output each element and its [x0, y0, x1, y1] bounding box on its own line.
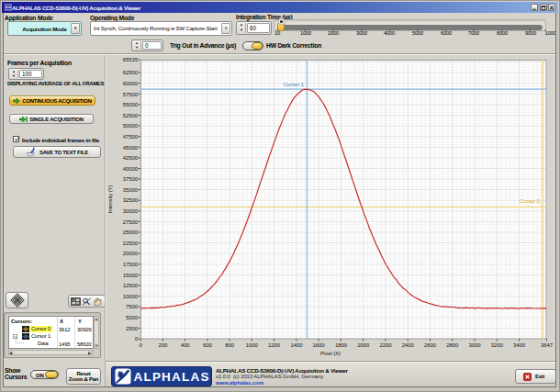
svg-text:32500: 32500 — [123, 197, 139, 203]
svg-text:Cursor 0: Cursor 0 — [520, 198, 541, 204]
svg-text:20000: 20000 — [123, 251, 139, 256]
svg-text:55000: 55000 — [123, 102, 139, 107]
svg-text:22500: 22500 — [123, 241, 139, 246]
svg-text:2800: 2800 — [446, 342, 459, 348]
svg-text:57500: 57500 — [123, 92, 139, 97]
svg-text:17500: 17500 — [123, 262, 139, 267]
svg-text:2200: 2200 — [379, 342, 392, 348]
svg-text:600: 600 — [203, 342, 212, 348]
svg-text:2000: 2000 — [357, 342, 370, 348]
svg-text:Cursor 1: Cursor 1 — [284, 82, 305, 87]
svg-text:15000: 15000 — [123, 273, 139, 278]
svg-text:1000: 1000 — [246, 342, 259, 348]
svg-text:25000: 25000 — [123, 230, 139, 235]
svg-text:0: 0 — [139, 342, 142, 348]
svg-text:12500: 12500 — [123, 283, 139, 288]
svg-text:0: 0 — [135, 336, 139, 342]
svg-text:40000: 40000 — [123, 166, 139, 172]
svg-text:1800: 1800 — [335, 342, 348, 348]
svg-text:Intensity (Y): Intensity (Y) — [107, 185, 113, 214]
svg-text:800: 800 — [225, 342, 234, 348]
svg-text:5000: 5000 — [126, 315, 139, 320]
svg-text:45000: 45000 — [123, 145, 139, 151]
svg-text:1200: 1200 — [268, 342, 281, 348]
svg-text:400: 400 — [181, 342, 190, 348]
svg-text:2600: 2600 — [424, 342, 437, 348]
svg-text:30000: 30000 — [123, 208, 139, 214]
svg-text:7500: 7500 — [126, 304, 139, 309]
svg-text:2400: 2400 — [402, 342, 415, 348]
svg-text:37500: 37500 — [123, 176, 139, 182]
svg-text:3200: 3200 — [491, 342, 504, 348]
svg-text:Pixel (X): Pixel (X) — [320, 351, 341, 356]
svg-text:3647: 3647 — [541, 342, 554, 348]
svg-text:3000: 3000 — [469, 342, 482, 348]
svg-text:1400: 1400 — [290, 342, 303, 348]
svg-text:1600: 1600 — [313, 342, 326, 348]
svg-text:60000: 60000 — [123, 81, 139, 86]
svg-text:65535: 65535 — [123, 57, 139, 62]
svg-text:50000: 50000 — [123, 123, 139, 129]
svg-text:27500: 27500 — [123, 219, 139, 225]
svg-text:200: 200 — [158, 342, 167, 348]
svg-text:10000: 10000 — [123, 294, 139, 299]
svg-text:47500: 47500 — [123, 134, 139, 140]
svg-text:3400: 3400 — [513, 342, 526, 348]
svg-text:42500: 42500 — [123, 155, 139, 161]
svg-text:62500: 62500 — [123, 70, 139, 75]
svg-text:52500: 52500 — [123, 113, 139, 118]
svg-text:35000: 35000 — [123, 187, 139, 193]
svg-text:2500: 2500 — [126, 326, 139, 331]
